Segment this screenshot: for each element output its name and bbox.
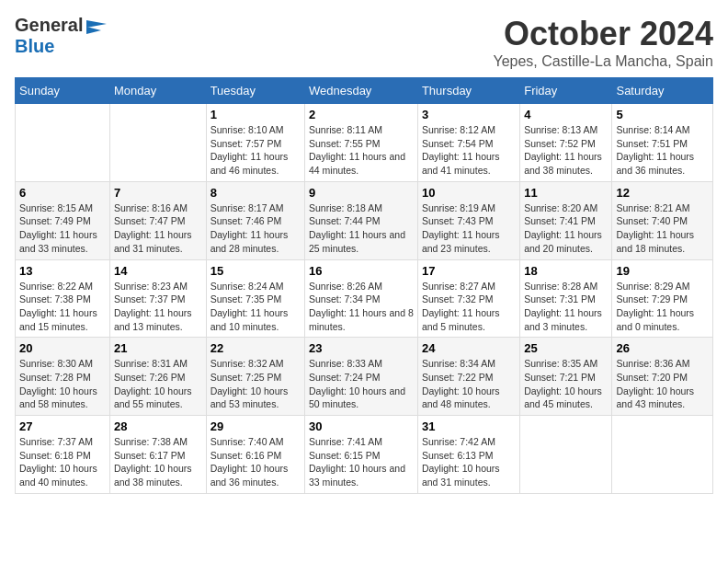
day-info: Sunrise: 8:26 AM Sunset: 7:34 PM Dayligh… [309,280,414,334]
day-info: Sunrise: 8:33 AM Sunset: 7:24 PM Dayligh… [309,357,414,411]
day-info: Sunrise: 8:29 AM Sunset: 7:29 PM Dayligh… [616,280,709,334]
calendar-cell: 6Sunrise: 8:15 AM Sunset: 7:49 PM Daylig… [16,181,110,259]
calendar-cell: 10Sunrise: 8:19 AM Sunset: 7:43 PM Dayli… [417,181,519,259]
calendar-cell: 31Sunrise: 7:42 AM Sunset: 6:13 PM Dayli… [417,416,519,494]
day-info: Sunrise: 8:32 AM Sunset: 7:25 PM Dayligh… [210,357,301,411]
weekday-header-saturday: Saturday [612,78,713,104]
day-info: Sunrise: 8:17 AM Sunset: 7:46 PM Dayligh… [210,201,301,256]
calendar-week-row: 27Sunrise: 7:37 AM Sunset: 6:18 PM Dayli… [16,416,713,494]
weekday-header-thursday: Thursday [417,78,519,104]
day-info: Sunrise: 8:22 AM Sunset: 7:38 PM Dayligh… [19,280,106,334]
calendar-cell: 21Sunrise: 8:31 AM Sunset: 7:26 PM Dayli… [109,338,206,416]
logo-flag-icon [85,18,108,35]
calendar-header-row: SundayMondayTuesdayWednesdayThursdayFrid… [16,78,713,104]
calendar-cell: 15Sunrise: 8:24 AM Sunset: 7:35 PM Dayli… [206,259,304,338]
calendar-cell [520,416,612,494]
calendar-cell: 1Sunrise: 8:10 AM Sunset: 7:57 PM Daylig… [206,104,304,182]
day-info: Sunrise: 8:16 AM Sunset: 7:47 PM Dayligh… [114,201,202,256]
day-number: 29 [210,419,301,433]
day-number: 14 [114,264,202,278]
day-info: Sunrise: 8:24 AM Sunset: 7:35 PM Dayligh… [210,280,301,334]
calendar-cell: 19Sunrise: 8:29 AM Sunset: 7:29 PM Dayli… [612,259,713,338]
calendar-cell: 2Sunrise: 8:11 AM Sunset: 7:55 PM Daylig… [304,104,417,182]
day-number: 21 [114,341,202,355]
day-number: 6 [19,186,106,200]
svg-marker-1 [86,27,101,34]
calendar-week-row: 20Sunrise: 8:30 AM Sunset: 7:28 PM Dayli… [16,338,713,416]
calendar-cell: 29Sunrise: 7:40 AM Sunset: 6:16 PM Dayli… [206,416,304,494]
calendar-cell [16,104,110,182]
day-info: Sunrise: 8:15 AM Sunset: 7:49 PM Dayligh… [19,201,106,256]
logo-general-text: General [15,15,83,36]
logo: General Blue [15,15,108,57]
calendar-cell: 16Sunrise: 8:26 AM Sunset: 7:34 PM Dayli… [304,259,417,338]
day-number: 20 [19,341,106,355]
day-number: 15 [210,264,301,278]
calendar-cell: 25Sunrise: 8:35 AM Sunset: 7:21 PM Dayli… [520,338,612,416]
calendar-cell: 7Sunrise: 8:16 AM Sunset: 7:47 PM Daylig… [109,181,206,259]
day-info: Sunrise: 8:19 AM Sunset: 7:43 PM Dayligh… [422,201,516,256]
calendar-cell [109,104,206,182]
title-area: October 2024 Yepes, Castille-La Mancha, … [493,15,713,70]
calendar-cell: 20Sunrise: 8:30 AM Sunset: 7:28 PM Dayli… [16,338,110,416]
day-info: Sunrise: 7:37 AM Sunset: 6:18 PM Dayligh… [19,435,106,489]
day-number: 23 [309,341,414,355]
day-number: 28 [114,419,202,433]
calendar-cell: 5Sunrise: 8:14 AM Sunset: 7:51 PM Daylig… [612,104,713,182]
day-number: 3 [422,108,516,121]
day-info: Sunrise: 8:18 AM Sunset: 7:44 PM Dayligh… [309,201,414,256]
calendar-cell [612,416,713,494]
day-info: Sunrise: 8:12 AM Sunset: 7:54 PM Dayligh… [422,123,516,178]
calendar-cell: 28Sunrise: 7:38 AM Sunset: 6:17 PM Dayli… [109,416,206,494]
calendar-cell: 13Sunrise: 8:22 AM Sunset: 7:38 PM Dayli… [16,259,110,338]
day-number: 4 [524,108,608,121]
calendar-cell: 17Sunrise: 8:27 AM Sunset: 7:32 PM Dayli… [417,259,519,338]
day-info: Sunrise: 7:42 AM Sunset: 6:13 PM Dayligh… [422,435,516,489]
day-number: 5 [616,108,709,121]
calendar-cell: 27Sunrise: 7:37 AM Sunset: 6:18 PM Dayli… [16,416,110,494]
calendar-cell: 8Sunrise: 8:17 AM Sunset: 7:46 PM Daylig… [206,181,304,259]
calendar-table: SundayMondayTuesdayWednesdayThursdayFrid… [15,77,713,494]
day-info: Sunrise: 7:40 AM Sunset: 6:16 PM Dayligh… [210,435,301,489]
day-info: Sunrise: 8:13 AM Sunset: 7:52 PM Dayligh… [524,123,608,178]
day-info: Sunrise: 8:30 AM Sunset: 7:28 PM Dayligh… [19,357,106,411]
day-number: 26 [616,341,709,355]
day-info: Sunrise: 8:21 AM Sunset: 7:40 PM Dayligh… [616,201,709,256]
day-number: 7 [114,186,202,200]
calendar-week-row: 1Sunrise: 8:10 AM Sunset: 7:57 PM Daylig… [16,104,713,182]
day-info: Sunrise: 8:35 AM Sunset: 7:21 PM Dayligh… [524,357,608,411]
day-number: 22 [210,341,301,355]
calendar-cell: 24Sunrise: 8:34 AM Sunset: 7:22 PM Dayli… [417,338,519,416]
day-info: Sunrise: 8:14 AM Sunset: 7:51 PM Dayligh… [616,123,709,178]
day-info: Sunrise: 8:34 AM Sunset: 7:22 PM Dayligh… [422,357,516,411]
calendar-cell: 9Sunrise: 8:18 AM Sunset: 7:44 PM Daylig… [304,181,417,259]
day-info: Sunrise: 8:28 AM Sunset: 7:31 PM Dayligh… [524,280,608,334]
day-number: 24 [422,341,516,355]
day-number: 31 [422,419,516,433]
day-number: 18 [524,264,608,278]
day-number: 2 [309,108,414,121]
day-number: 1 [210,108,301,121]
day-info: Sunrise: 8:23 AM Sunset: 7:37 PM Dayligh… [114,280,202,334]
weekday-header-friday: Friday [520,78,612,104]
day-info: Sunrise: 8:10 AM Sunset: 7:57 PM Dayligh… [210,123,301,178]
day-number: 17 [422,264,516,278]
calendar-cell: 14Sunrise: 8:23 AM Sunset: 7:37 PM Dayli… [109,259,206,338]
page-header: General Blue October 2024 Yepes, Castill… [15,15,713,70]
calendar-cell: 3Sunrise: 8:12 AM Sunset: 7:54 PM Daylig… [417,104,519,182]
weekday-header-monday: Monday [109,78,206,104]
day-number: 12 [616,186,709,200]
calendar-cell: 26Sunrise: 8:36 AM Sunset: 7:20 PM Dayli… [612,338,713,416]
logo-blue-text: Blue [15,36,54,57]
calendar-cell: 12Sunrise: 8:21 AM Sunset: 7:40 PM Dayli… [612,181,713,259]
day-info: Sunrise: 8:31 AM Sunset: 7:26 PM Dayligh… [114,357,202,411]
svg-marker-0 [86,20,107,28]
day-number: 19 [616,264,709,278]
day-number: 8 [210,186,301,200]
day-number: 13 [19,264,106,278]
day-number: 9 [309,186,414,200]
day-number: 11 [524,186,608,200]
calendar-cell: 11Sunrise: 8:20 AM Sunset: 7:41 PM Dayli… [520,181,612,259]
month-title: October 2024 [493,15,713,53]
location-text: Yepes, Castille-La Mancha, Spain [493,53,713,70]
